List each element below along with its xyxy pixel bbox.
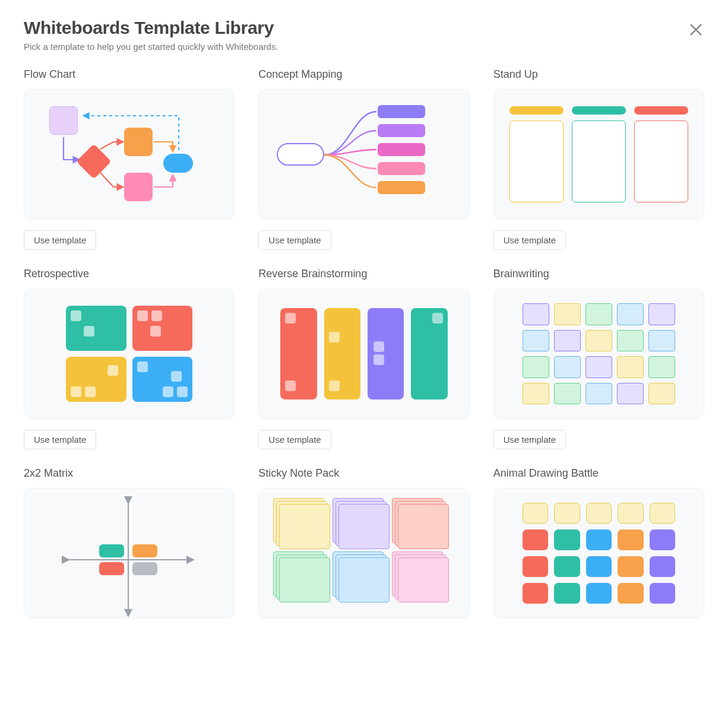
brainwriting-cell (554, 383, 581, 405)
use-template-button[interactable]: Use template (24, 430, 96, 449)
brainwriting-cell (617, 356, 644, 378)
close-button[interactable] (688, 21, 704, 38)
template-title: Flow Chart (24, 68, 235, 81)
brainwriting-cell (617, 303, 644, 325)
close-icon (688, 21, 704, 38)
animal-battle-cell (586, 503, 612, 524)
template-preview-reverse-brainstorming[interactable] (258, 288, 469, 419)
template-preview-stand-up[interactable] (493, 89, 704, 220)
animal-battle-cell (618, 556, 643, 577)
animal-battle-cell (586, 583, 612, 604)
template-card-flow-chart: Flow Chart (24, 68, 235, 250)
animal-battle-cell (618, 529, 643, 550)
brainwriting-cell (554, 330, 581, 352)
template-preview-brainwriting[interactable] (493, 288, 704, 419)
animal-battle-cell (650, 556, 675, 577)
template-title: Concept Mapping (258, 68, 469, 81)
brainwriting-cell (648, 383, 675, 405)
use-template-button[interactable]: Use template (24, 230, 96, 250)
brainwriting-cell (554, 303, 581, 325)
template-card-sticky-note-pack: Sticky Note Pack (258, 467, 469, 619)
animal-battle-cell (618, 503, 643, 524)
animal-battle-cell (523, 503, 548, 524)
animal-battle-cell (554, 583, 580, 604)
template-title: Sticky Note Pack (258, 467, 469, 480)
template-card-brainwriting: Brainwriting Use template (493, 268, 704, 449)
template-preview-animal-drawing-battle[interactable] (493, 488, 704, 619)
animal-battle-cell (523, 556, 548, 577)
template-card-retrospective: Retrospective Use template (24, 268, 235, 449)
brainwriting-cell (585, 356, 612, 378)
template-preview-sticky-note-pack[interactable] (258, 488, 469, 619)
template-preview-flow-chart[interactable] (24, 89, 235, 220)
brainwriting-cell (585, 383, 612, 405)
template-preview-concept-mapping[interactable] (258, 89, 469, 220)
template-title: Animal Drawing Battle (493, 467, 704, 480)
page-subtitle: Pick a template to help you get started … (24, 42, 704, 52)
brainwriting-cell (523, 383, 549, 405)
animal-battle-cell (650, 529, 675, 550)
template-title: Reverse Brainstorming (258, 268, 469, 280)
template-card-animal-drawing-battle: Animal Drawing Battle (493, 467, 704, 619)
brainwriting-cell (585, 303, 612, 325)
animal-battle-cell (618, 583, 643, 604)
animal-battle-cell (586, 556, 612, 577)
template-title: Retrospective (24, 268, 235, 280)
animal-battle-cell (554, 556, 580, 577)
template-card-reverse-brainstorming: Reverse Brainstorming Use template (258, 268, 469, 449)
animal-battle-cell (650, 583, 675, 604)
animal-battle-cell (650, 503, 675, 524)
page-title: Whiteboards Template Library (24, 18, 704, 38)
template-grid: Flow Chart (24, 68, 704, 619)
animal-battle-cell (523, 583, 548, 604)
template-preview-retrospective[interactable] (24, 288, 235, 419)
matrix-axes-icon (24, 489, 234, 618)
brainwriting-cell (585, 330, 612, 352)
template-card-concept-mapping: Concept Mapping Use template (258, 68, 469, 250)
brainwriting-cell (523, 330, 549, 352)
use-template-button[interactable]: Use template (258, 230, 331, 250)
template-title: 2x2 Matrix (24, 467, 235, 480)
template-preview-2x2-matrix[interactable] (24, 488, 235, 619)
use-template-button[interactable]: Use template (493, 430, 566, 449)
brainwriting-cell (523, 356, 549, 378)
animal-battle-cell (554, 529, 580, 550)
use-template-button[interactable]: Use template (493, 230, 566, 250)
brainwriting-cell (523, 303, 549, 325)
template-card-stand-up: Stand Up Use template (493, 68, 704, 250)
template-title: Stand Up (493, 68, 704, 81)
brainwriting-cell (617, 383, 644, 405)
animal-battle-cell (586, 529, 612, 550)
template-title: Brainwriting (493, 268, 704, 280)
brainwriting-cell (554, 356, 581, 378)
brainwriting-cell (648, 330, 675, 352)
template-card-2x2-matrix: 2x2 Matrix (24, 467, 235, 619)
brainwriting-cell (648, 303, 675, 325)
use-template-button[interactable]: Use template (258, 430, 331, 449)
brainwriting-cell (617, 330, 644, 352)
animal-battle-cell (554, 503, 580, 524)
brainwriting-cell (648, 356, 675, 378)
animal-battle-cell (523, 529, 548, 550)
